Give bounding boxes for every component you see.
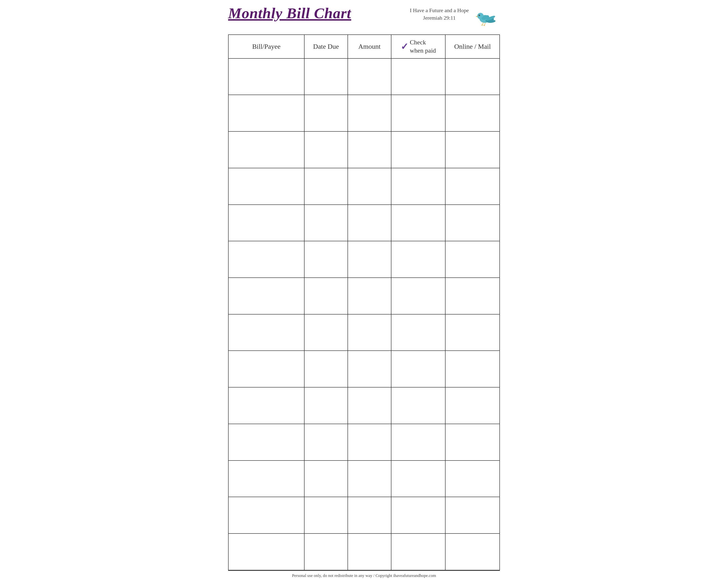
table-cell <box>304 205 348 241</box>
table-cell <box>391 278 445 314</box>
table-cell <box>228 461 304 497</box>
table-cell <box>445 461 500 497</box>
table-cell <box>348 241 391 278</box>
table-cell <box>304 278 348 314</box>
table-cell <box>348 497 391 533</box>
table-cell <box>228 132 304 168</box>
table-cell <box>391 241 445 278</box>
table-cell <box>348 533 391 570</box>
table-cell <box>445 241 500 278</box>
table-cell <box>391 95 445 132</box>
table-cell <box>228 387 304 424</box>
table-cell <box>348 58 391 95</box>
table-cell <box>228 241 304 278</box>
table-cell <box>445 168 500 205</box>
table-cell <box>391 205 445 241</box>
table-row <box>228 497 500 533</box>
table-cell <box>304 351 348 387</box>
table-cell <box>304 497 348 533</box>
table-row <box>228 533 500 570</box>
table-cell <box>228 424 304 461</box>
table-cell <box>228 351 304 387</box>
table-cell <box>445 351 500 387</box>
table-cell <box>391 351 445 387</box>
table-cell <box>228 95 304 132</box>
table-header-row: Bill/Payee Date Due Amount ✓ Checkwhen p… <box>228 35 500 58</box>
table-cell <box>445 58 500 95</box>
table-cell <box>445 205 500 241</box>
table-cell <box>304 58 348 95</box>
verse-line1: I Have a Future and a Hope <box>410 7 469 14</box>
svg-point-2 <box>478 15 480 16</box>
table-row <box>228 95 500 132</box>
table-row <box>228 58 500 95</box>
table-cell <box>348 95 391 132</box>
check-header-content: ✓ Checkwhen paid <box>394 38 443 55</box>
table-row <box>228 278 500 314</box>
bird-icon <box>473 5 500 28</box>
svg-line-10 <box>485 23 485 25</box>
table-cell <box>348 424 391 461</box>
footer-text: Personal use only, do not redistribute i… <box>292 573 436 578</box>
table-cell <box>391 461 445 497</box>
page: Monthly Bill Chart I Have a Future and a… <box>218 0 510 582</box>
table-cell <box>445 95 500 132</box>
verse-area: I Have a Future and a Hope Jeremiah 29:1… <box>410 7 469 22</box>
table-row <box>228 168 500 205</box>
table-cell <box>391 132 445 168</box>
table-cell <box>304 241 348 278</box>
table-row <box>228 351 500 387</box>
table-cell <box>304 95 348 132</box>
page-title: Monthly Bill Chart <box>228 5 351 21</box>
table-cell <box>391 314 445 351</box>
table-row <box>228 241 500 278</box>
table-cell <box>228 497 304 533</box>
table-cell <box>304 533 348 570</box>
table-cell <box>445 424 500 461</box>
checkmark-icon: ✓ <box>401 42 409 51</box>
table-cell <box>304 461 348 497</box>
col-header-bill: Bill/Payee <box>228 35 304 58</box>
table-cell <box>228 533 304 570</box>
table-cell <box>348 278 391 314</box>
table-cell <box>228 314 304 351</box>
table-row <box>228 387 500 424</box>
table-cell <box>445 132 500 168</box>
table-cell <box>228 278 304 314</box>
table-row <box>228 205 500 241</box>
table-cell <box>304 314 348 351</box>
table-cell <box>228 58 304 95</box>
table-cell <box>391 58 445 95</box>
table-cell <box>391 497 445 533</box>
table-cell <box>391 168 445 205</box>
table-cell <box>348 132 391 168</box>
table-cell <box>391 533 445 570</box>
svg-line-9 <box>483 23 484 25</box>
table-cell <box>228 205 304 241</box>
table-cell <box>445 314 500 351</box>
table-row <box>228 314 500 351</box>
table-cell <box>445 533 500 570</box>
footer: Personal use only, do not redistribute i… <box>228 570 500 580</box>
col-header-check: ✓ Checkwhen paid <box>391 35 445 58</box>
svg-point-3 <box>479 15 479 15</box>
table-cell <box>348 314 391 351</box>
table-cell <box>348 168 391 205</box>
table-cell <box>228 168 304 205</box>
table-cell <box>304 168 348 205</box>
header-right: I Have a Future and a Hope Jeremiah 29:1… <box>410 5 500 28</box>
table-row <box>228 461 500 497</box>
table-cell <box>348 461 391 497</box>
table-cell <box>391 387 445 424</box>
table-row <box>228 132 500 168</box>
table-body <box>228 58 500 570</box>
table-cell <box>348 205 391 241</box>
table-row <box>228 424 500 461</box>
col-header-date: Date Due <box>304 35 348 58</box>
svg-marker-4 <box>476 16 477 17</box>
col-header-online: Online / Mail <box>445 35 500 58</box>
table-cell <box>348 351 391 387</box>
col-header-amount: Amount <box>348 35 391 58</box>
table-cell <box>304 387 348 424</box>
header: Monthly Bill Chart I Have a Future and a… <box>228 5 500 30</box>
